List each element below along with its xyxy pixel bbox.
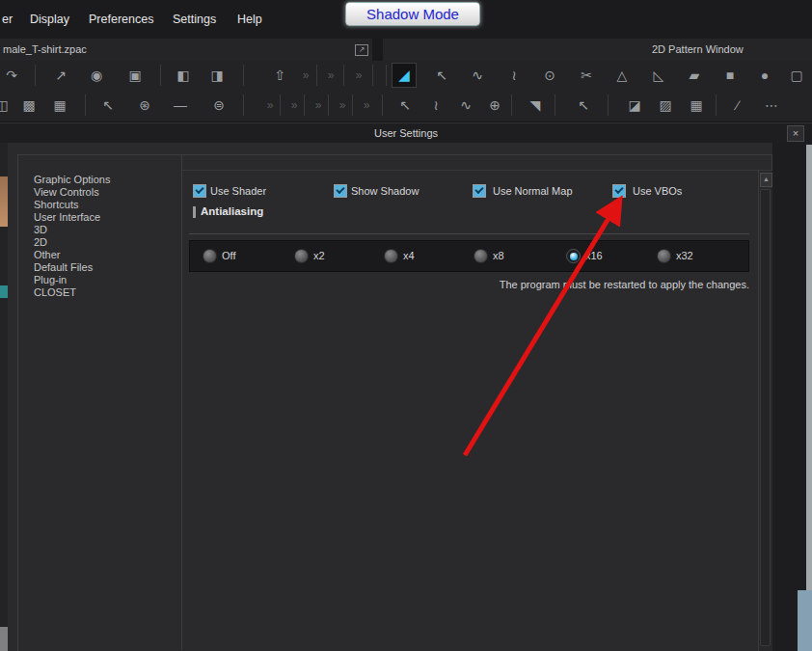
iron-tool-icon[interactable]: ◥ <box>524 94 547 117</box>
settings-sidebar: Graphic Options View Controls Shortcuts … <box>34 174 178 299</box>
sidebar-item-plug-in[interactable]: Plug-in <box>34 274 178 286</box>
radio-off[interactable] <box>203 249 217 263</box>
radio-x32[interactable] <box>657 249 671 263</box>
chevron-overflow-icon[interactable]: » <box>335 94 350 117</box>
menu-item-preferences[interactable]: Preferences <box>89 13 153 26</box>
pin-3d-tool-icon[interactable]: ◉ <box>85 64 108 87</box>
buttonhole-tool-icon[interactable]: — <box>169 94 192 117</box>
viewport-teal-sliver <box>0 285 8 298</box>
select-button-tool-icon[interactable]: ↖ <box>96 94 120 117</box>
right-edge-strip <box>806 145 812 651</box>
sidebar-item-default-files[interactable]: Default Files <box>34 261 178 274</box>
add-point-tool-icon[interactable]: ⊙ <box>538 64 561 87</box>
radio-x8[interactable] <box>474 249 488 263</box>
toolbar-separator <box>85 95 86 116</box>
line-tool-icon[interactable]: ∕ <box>726 94 749 117</box>
rectangle-pattern-tool-icon[interactable]: ■ <box>718 64 742 87</box>
use-shader-checkbox[interactable] <box>193 184 206 198</box>
polygon-pattern-tool-icon[interactable]: ▰ <box>683 64 706 87</box>
select-garment-tool-icon[interactable]: ↖ <box>572 94 595 117</box>
pin-tool-icon[interactable]: ↗ <box>49 64 72 87</box>
strengthen-garment-tool-icon[interactable]: ◨ <box>205 64 229 87</box>
fold-arrangement-tool-icon[interactable]: ◧ <box>172 64 195 87</box>
free-sewing-tool-icon[interactable]: ∿ <box>454 94 477 117</box>
edit-pattern-tool-icon[interactable]: ↖ <box>430 64 453 87</box>
sidebar-item-closet[interactable]: CLOSET <box>34 286 178 299</box>
section-separator <box>189 233 749 234</box>
2d-pattern-window-title: 2D Pattern Window <box>652 43 744 55</box>
texture-tool-icon[interactable]: ▨ <box>654 94 677 117</box>
chevron-overflow-icon[interactable]: » <box>351 64 366 87</box>
cut-tool-icon[interactable]: ✂ <box>575 64 598 87</box>
radio-x4[interactable] <box>384 249 398 263</box>
dash-tool-icon[interactable]: ⋯ <box>760 94 783 117</box>
sidebar-item-user-interface[interactable]: User Interface <box>34 211 178 224</box>
menu-item-settings[interactable]: Settings <box>173 13 216 26</box>
toolbar-separator <box>35 65 36 86</box>
sidebar-item-graphic-options[interactable]: Graphic Options <box>34 174 178 186</box>
toolbar-row-2: ◫ ▩ ▦ ↖ ⊛ — ⊜ » » » » » ↖ ≀ ∿ ⊕ ◥ ↖ ◪ ▨ … <box>0 91 812 122</box>
detect-sewing-tool-icon[interactable]: ⊕ <box>483 94 506 117</box>
radio-x2[interactable] <box>294 249 309 263</box>
toolbar-separator <box>328 95 329 116</box>
radio-x16[interactable] <box>566 249 581 263</box>
chevron-overflow-icon[interactable]: » <box>262 94 278 117</box>
radio-off-label: Off <box>222 250 235 261</box>
radio-x2-label: x2 <box>313 250 325 261</box>
section-marker <box>193 206 196 218</box>
antialiasing-section-title: Antialiasing <box>201 205 263 217</box>
document-tab[interactable]: male_T-shirt.zpac <box>3 43 87 55</box>
restart-note: The program must be restarted to apply t… <box>366 279 749 290</box>
chevron-overflow-icon[interactable]: » <box>311 94 326 117</box>
shape-pattern-tool-icon[interactable]: ▢ <box>785 64 808 87</box>
use-normal-map-label: Use Normal Map <box>493 185 573 197</box>
chevron-overflow-icon[interactable]: » <box>323 64 338 87</box>
checker-garment-tool-icon[interactable]: ▦ <box>48 94 71 117</box>
show-shadow-checkbox[interactable] <box>334 184 347 198</box>
toolbar-separator <box>280 95 281 116</box>
detach-window-icon[interactable]: ↗ <box>355 44 368 56</box>
chevron-overflow-icon[interactable]: » <box>359 94 374 117</box>
dialog-close-button[interactable]: × <box>787 125 804 142</box>
sidebar-item-view-controls[interactable]: View Controls <box>34 186 178 199</box>
checkerboard-tool-icon[interactable]: ▦ <box>685 94 708 117</box>
scrollbar-track[interactable] <box>760 189 771 646</box>
edit-texture-tool-icon[interactable]: ◪ <box>623 94 646 117</box>
toolbar-row-1: ↷ ↗ ◉ ▣ ◧ ◨ ⇧ » » » ◢ ↖ ∿ ≀ ⊙ ✂ △ ◺ ▰ ■ … <box>0 61 812 92</box>
chevron-overflow-icon[interactable]: » <box>286 94 302 117</box>
toolbar-separator <box>160 65 161 86</box>
circle-pattern-tool-icon[interactable]: ● <box>753 64 776 87</box>
segment-sewing-tool-icon[interactable]: ≀ <box>424 94 447 117</box>
toolbar-separator <box>316 65 317 86</box>
toolbar-separator <box>386 65 387 86</box>
button-tool-icon[interactable]: ⊛ <box>133 94 156 117</box>
sidebar-item-3d[interactable]: 3D <box>34 224 178 236</box>
edit-curve-point-tool-icon[interactable]: ≀ <box>502 64 526 87</box>
edit-sewing-tool-icon[interactable]: ↖ <box>393 94 417 117</box>
pin-garment-tool-icon[interactable]: ▣ <box>123 64 147 87</box>
arrange-garment-tool-icon[interactable]: ⇧ <box>268 64 291 87</box>
lock-button-tool-icon[interactable]: ⊜ <box>207 94 230 117</box>
edit-curvature-tool-icon[interactable]: ∿ <box>466 64 489 87</box>
tape-tool-icon[interactable]: ◫ <box>0 94 14 117</box>
avatar-sliver <box>0 176 8 227</box>
transform-pattern-tool-icon[interactable]: ◢ <box>392 63 417 88</box>
use-vbos-checkbox[interactable] <box>612 184 626 198</box>
menu-item-display[interactable]: Display <box>30 13 69 26</box>
edit-polygon-tool-icon[interactable]: △ <box>610 64 634 87</box>
toolbar-separator <box>372 65 373 86</box>
sidebar-item-2d[interactable]: 2D <box>34 236 178 249</box>
sidebar-item-other[interactable]: Other <box>34 249 178 261</box>
texture-garment-tool-icon[interactable]: ▩ <box>17 94 41 117</box>
trace-tool-icon[interactable]: ◺ <box>647 64 670 87</box>
menu-item-help[interactable]: Help <box>237 13 262 26</box>
curved-arrow-tool-icon[interactable]: ↷ <box>0 64 23 87</box>
use-normal-map-checkbox[interactable] <box>473 184 486 198</box>
menu-item-er[interactable]: er <box>2 13 13 26</box>
shadow-mode-tooltip: Shadow Mode <box>345 2 480 26</box>
right-bottom-strip <box>798 590 812 651</box>
pane-divider <box>372 39 383 61</box>
scrollbar-up-icon[interactable]: ▲ <box>760 173 772 187</box>
sidebar-item-shortcuts[interactable]: Shortcuts <box>34 199 178 211</box>
chevron-overflow-icon[interactable]: » <box>298 64 313 87</box>
